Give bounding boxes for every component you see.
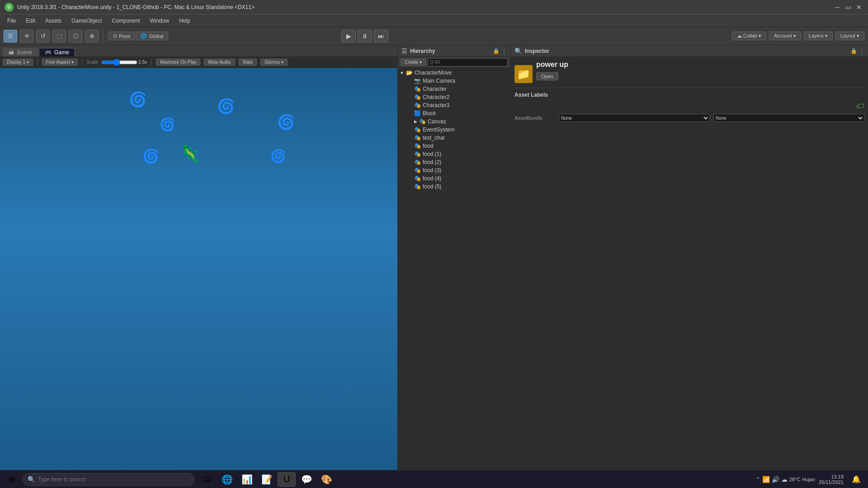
taskbar-unity-icon[interactable]: U — [278, 472, 296, 487]
hierarchy-create-btn[interactable]: Create ▾ — [401, 59, 426, 66]
hierarchy-menu-btn[interactable]: ⋮ — [501, 48, 507, 54]
hier-label-character3: Character3 — [423, 102, 449, 108]
scale-slider[interactable] — [101, 60, 137, 65]
menu-window[interactable]: Window — [145, 17, 174, 25]
hier-item-character[interactable]: 🎭 Character — [398, 85, 510, 93]
display-button[interactable]: Display 1 ▾ — [3, 59, 33, 66]
hier-label-food5: food (5) — [423, 183, 441, 190]
hier-label-food: food — [423, 143, 433, 149]
inspector-panel: 🔍 Inspector 🔒 ⋮ 📁 power up Open Asset La… — [511, 45, 868, 470]
sprite-4: 🌀 — [275, 111, 297, 133]
hier-item-character2[interactable]: 🎭 Character2 — [398, 93, 510, 101]
step-button[interactable]: ⏭ — [374, 30, 388, 42]
hier-item-block[interactable]: 🟦 Block — [398, 109, 510, 117]
move-tool-button[interactable]: ✛ — [20, 30, 33, 42]
minimize-button[interactable]: ─ — [833, 3, 842, 12]
gizmos-button[interactable]: Gizmos ▾ — [260, 59, 288, 66]
asset-bundle-select-2[interactable]: None — [713, 114, 864, 122]
menu-file[interactable]: File — [3, 17, 20, 25]
mute-audio-button[interactable]: Mute Audio — [204, 59, 235, 66]
global-button[interactable]: 🌐 Global — [136, 32, 168, 40]
menu-gameobject[interactable]: GameObject — [67, 17, 106, 25]
menu-edit[interactable]: Edit — [21, 17, 40, 25]
maximize-on-play-button[interactable]: Maximize On Play — [156, 59, 201, 66]
system-tray: ⌃ 📶 🔊 ☁ 28°C Hujan — [756, 476, 815, 483]
taskbar-paint-icon[interactable]: 🎨 — [317, 472, 335, 487]
hier-item-food5[interactable]: 🎭 food (5) — [398, 183, 510, 191]
hier-item-food[interactable]: 🎭 food — [398, 142, 510, 150]
hierarchy-root[interactable]: ▼ 📂 CharacterMove — [398, 69, 510, 77]
network-icon[interactable]: 📶 — [762, 476, 770, 483]
root-arrow: ▼ — [400, 70, 404, 75]
game-tab[interactable]: 🎮 Game — [39, 48, 75, 56]
hierarchy-lock-btn[interactable]: 🔒 — [493, 48, 500, 54]
taskbar-discord-icon[interactable]: 💬 — [297, 472, 316, 487]
inspector-lock-btn[interactable]: 🔒 — [850, 48, 857, 54]
hier-item-test-char[interactable]: 🎭 test_char — [398, 134, 510, 142]
close-button[interactable]: ✕ — [854, 3, 863, 12]
open-button[interactable]: Open — [536, 72, 558, 80]
taskbar-explorer-icon[interactable]: 🗂 — [198, 472, 216, 487]
root-icon: 📂 — [406, 70, 413, 76]
scale-slider-container: 1.5x — [101, 60, 147, 65]
hier-item-character3[interactable]: 🎭 Character3 — [398, 101, 510, 109]
food2-icon: 🎭 — [414, 159, 421, 165]
play-button[interactable]: ▶ — [341, 30, 356, 42]
maximize-button[interactable]: ▭ — [844, 3, 853, 12]
hier-item-main-camera[interactable]: 📷 Main Camera — [398, 77, 510, 85]
asset-labels-tag-icon: 🏷 — [514, 102, 864, 111]
asset-bundle-label: AssetBundle — [514, 115, 555, 121]
taskbar-app-icons: 🗂 🌐 📊 📝 U 💬 🎨 — [198, 472, 335, 487]
rotate-tool-button[interactable]: ↺ — [36, 30, 50, 42]
hier-label-canvas: Canvas — [428, 118, 446, 125]
hierarchy-header: ☰ Hierarchy 🔒 ⋮ — [398, 45, 510, 57]
pause-button[interactable]: ⏸ — [358, 30, 372, 42]
food4-icon: 🎭 — [414, 175, 421, 182]
notification-button[interactable]: 🔔 — [847, 472, 865, 487]
pivot-button[interactable]: ⊙ Pivot — [108, 32, 135, 40]
system-clock[interactable]: 13:19 26/11/2021 — [819, 474, 844, 485]
transform-tool-button[interactable]: ⊕ — [85, 30, 99, 42]
menu-assets[interactable]: Assets — [41, 17, 66, 25]
inspector-menu-btn[interactable]: ⋮ — [859, 48, 864, 54]
taskbar-search-box[interactable]: 🔍 — [23, 473, 194, 486]
testchar-icon: 🎭 — [414, 135, 421, 141]
hier-item-food4[interactable]: 🎭 food (4) — [398, 174, 510, 183]
hier-label-character2: Character2 — [423, 94, 449, 100]
taskbar-powerpoint-icon[interactable]: 📊 — [238, 472, 256, 487]
search-input[interactable] — [38, 476, 189, 483]
tag-icon[interactable]: 🏷 — [856, 102, 864, 111]
asset-folder-icon: 📁 — [514, 65, 533, 83]
window-controls: ─ ▭ ✕ — [833, 3, 863, 12]
collab-button[interactable]: ☁ Collab ▾ — [732, 32, 766, 40]
start-button[interactable]: ⊞ — [3, 472, 21, 487]
pivot-global-controls: ⊙ Pivot 🌐 Global — [108, 32, 168, 40]
layers-button[interactable]: Layers ▾ — [804, 32, 833, 40]
rect-tool-button[interactable]: ⬡ — [69, 30, 82, 42]
taskbar-word-icon[interactable]: 📝 — [258, 472, 276, 487]
account-button[interactable]: Account ▾ — [769, 32, 801, 40]
hier-item-eventsystem[interactable]: 🎭 EventSystem — [398, 126, 510, 134]
menu-component[interactable]: Component — [107, 17, 144, 25]
volume-icon[interactable]: 🔊 — [772, 476, 779, 483]
hand-tool-button[interactable]: ☰ — [4, 30, 17, 42]
hier-item-canvas[interactable]: ▶ 🎭 Canvas — [398, 117, 510, 126]
scene-tab-label: Scene — [17, 49, 32, 56]
hier-item-food2[interactable]: 🎭 food (2) — [398, 158, 510, 166]
taskbar-edge-icon[interactable]: 🌐 — [218, 472, 236, 487]
global-icon: 🌐 — [141, 33, 147, 39]
aspect-button[interactable]: Free Aspect ▾ — [42, 59, 78, 66]
menu-help[interactable]: Help — [175, 17, 195, 25]
tray-up-icon[interactable]: ⌃ — [756, 476, 760, 483]
hierarchy-search[interactable] — [428, 58, 508, 66]
hier-label-food3: food (3) — [423, 167, 441, 174]
scene-tab[interactable]: 🏔 Scene — [3, 48, 38, 56]
hier-item-food1[interactable]: 🎭 food (1) — [398, 150, 510, 158]
asset-bundle-select-1[interactable]: None — [559, 114, 710, 122]
hier-item-food3[interactable]: 🎭 food (3) — [398, 166, 510, 174]
scale-value: 1.5x — [138, 60, 147, 65]
layout-button[interactable]: Layout ▾ — [835, 32, 864, 40]
hier-label-main-camera: Main Camera — [423, 78, 455, 84]
scale-tool-button[interactable]: ⬚ — [52, 30, 66, 42]
stats-button[interactable]: Stats — [239, 59, 257, 66]
